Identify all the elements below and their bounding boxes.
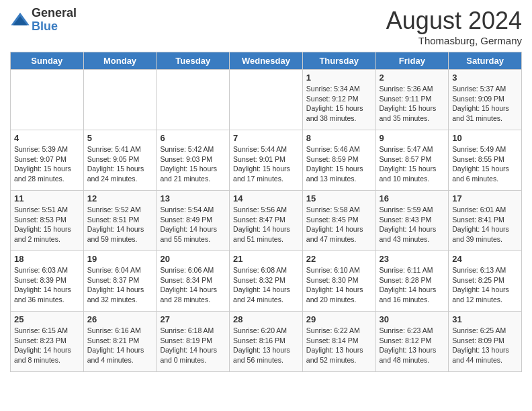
days-header-row: SundayMondayTuesdayWednesdayThursdayFrid… <box>11 52 522 70</box>
day-cell: 8Sunrise: 5:46 AM Sunset: 8:59 PM Daylig… <box>302 130 375 191</box>
day-cell: 1Sunrise: 5:34 AM Sunset: 9:12 PM Daylig… <box>302 70 375 130</box>
day-info: Sunrise: 5:36 AM Sunset: 9:11 PM Dayligh… <box>380 84 445 124</box>
day-info: Sunrise: 5:59 AM Sunset: 8:43 PM Dayligh… <box>380 205 445 244</box>
day-number: 17 <box>452 193 518 203</box>
day-info: Sunrise: 6:25 AM Sunset: 8:09 PM Dayligh… <box>452 326 518 365</box>
day-cell: 15Sunrise: 5:58 AM Sunset: 8:45 PM Dayli… <box>302 191 375 251</box>
day-header-saturday: Saturday <box>449 52 522 70</box>
day-number: 16 <box>380 193 445 203</box>
logo-icon <box>10 10 30 30</box>
day-number: 10 <box>452 133 518 143</box>
day-number: 30 <box>380 314 445 324</box>
day-header-wednesday: Wednesday <box>230 52 303 70</box>
day-number: 4 <box>14 133 80 143</box>
day-number: 26 <box>87 314 153 324</box>
day-cell: 27Sunrise: 6:18 AM Sunset: 8:19 PM Dayli… <box>157 312 230 372</box>
day-info: Sunrise: 6:16 AM Sunset: 8:21 PM Dayligh… <box>87 326 153 365</box>
day-number: 8 <box>306 133 372 143</box>
day-header-sunday: Sunday <box>11 52 84 70</box>
day-number: 24 <box>452 254 518 264</box>
day-cell: 25Sunrise: 6:15 AM Sunset: 8:23 PM Dayli… <box>11 312 84 372</box>
day-info: Sunrise: 5:49 AM Sunset: 8:55 PM Dayligh… <box>452 144 518 184</box>
day-info: Sunrise: 5:34 AM Sunset: 9:12 PM Dayligh… <box>306 84 372 124</box>
day-info: Sunrise: 6:08 AM Sunset: 8:32 PM Dayligh… <box>233 265 299 305</box>
day-cell: 31Sunrise: 6:25 AM Sunset: 8:09 PM Dayli… <box>449 312 522 372</box>
day-number: 18 <box>14 254 80 264</box>
day-number: 5 <box>87 133 153 143</box>
day-number: 2 <box>380 73 445 83</box>
day-cell: 30Sunrise: 6:23 AM Sunset: 8:12 PM Dayli… <box>375 312 449 372</box>
logo: General Blue <box>10 7 77 34</box>
day-number: 1 <box>306 73 372 83</box>
day-cell: 11Sunrise: 5:51 AM Sunset: 8:53 PM Dayli… <box>11 191 84 251</box>
day-number: 28 <box>233 314 299 324</box>
day-info: Sunrise: 6:11 AM Sunset: 8:28 PM Dayligh… <box>380 265 445 305</box>
day-header-tuesday: Tuesday <box>157 52 230 70</box>
month-title: August 2024 <box>386 7 522 35</box>
day-number: 22 <box>306 254 372 264</box>
day-number: 12 <box>87 193 153 203</box>
location-subtitle: Thomasburg, Germany <box>386 35 522 46</box>
day-number: 27 <box>160 314 226 324</box>
day-info: Sunrise: 6:03 AM Sunset: 8:39 PM Dayligh… <box>14 265 80 305</box>
day-info: Sunrise: 5:42 AM Sunset: 9:03 PM Dayligh… <box>160 144 226 184</box>
day-number: 31 <box>452 314 518 324</box>
day-number: 23 <box>380 254 445 264</box>
day-header-friday: Friday <box>375 52 449 70</box>
page-header: General Blue August 2024 Thomasburg, Ger… <box>10 7 522 46</box>
day-number: 29 <box>306 314 372 324</box>
day-number: 6 <box>160 133 226 143</box>
day-cell <box>157 70 230 130</box>
day-cell <box>83 70 157 130</box>
logo-text: General Blue <box>32 7 77 34</box>
day-number: 9 <box>380 133 445 143</box>
day-cell: 14Sunrise: 5:56 AM Sunset: 8:47 PM Dayli… <box>230 191 303 251</box>
day-info: Sunrise: 5:39 AM Sunset: 9:07 PM Dayligh… <box>14 144 80 184</box>
day-number: 3 <box>452 73 518 83</box>
day-info: Sunrise: 5:51 AM Sunset: 8:53 PM Dayligh… <box>14 205 80 244</box>
day-info: Sunrise: 5:47 AM Sunset: 8:57 PM Dayligh… <box>380 144 445 184</box>
day-number: 25 <box>14 314 80 324</box>
day-cell: 26Sunrise: 6:16 AM Sunset: 8:21 PM Dayli… <box>83 312 157 372</box>
day-cell: 29Sunrise: 6:22 AM Sunset: 8:14 PM Dayli… <box>302 312 375 372</box>
day-info: Sunrise: 6:22 AM Sunset: 8:14 PM Dayligh… <box>306 326 372 365</box>
logo-general-text: General <box>32 7 77 20</box>
day-header-thursday: Thursday <box>302 52 375 70</box>
day-info: Sunrise: 6:06 AM Sunset: 8:34 PM Dayligh… <box>160 265 226 305</box>
day-cell: 23Sunrise: 6:11 AM Sunset: 8:28 PM Dayli… <box>375 251 449 312</box>
day-info: Sunrise: 5:46 AM Sunset: 8:59 PM Dayligh… <box>306 144 372 184</box>
day-info: Sunrise: 6:10 AM Sunset: 8:30 PM Dayligh… <box>306 265 372 305</box>
day-cell: 6Sunrise: 5:42 AM Sunset: 9:03 PM Daylig… <box>157 130 230 191</box>
day-cell: 17Sunrise: 6:01 AM Sunset: 8:41 PM Dayli… <box>449 191 522 251</box>
day-info: Sunrise: 6:13 AM Sunset: 8:25 PM Dayligh… <box>452 265 518 305</box>
day-cell: 7Sunrise: 5:44 AM Sunset: 9:01 PM Daylig… <box>230 130 303 191</box>
day-cell: 19Sunrise: 6:04 AM Sunset: 8:37 PM Dayli… <box>83 251 157 312</box>
day-cell: 20Sunrise: 6:06 AM Sunset: 8:34 PM Dayli… <box>157 251 230 312</box>
day-number: 19 <box>87 254 153 264</box>
day-info: Sunrise: 5:58 AM Sunset: 8:45 PM Dayligh… <box>306 205 372 244</box>
day-info: Sunrise: 5:37 AM Sunset: 9:09 PM Dayligh… <box>452 84 518 124</box>
week-row-1: 1Sunrise: 5:34 AM Sunset: 9:12 PM Daylig… <box>11 70 522 130</box>
day-info: Sunrise: 6:01 AM Sunset: 8:41 PM Dayligh… <box>452 205 518 244</box>
day-info: Sunrise: 5:52 AM Sunset: 8:51 PM Dayligh… <box>87 205 153 244</box>
day-cell <box>11 70 84 130</box>
day-cell: 18Sunrise: 6:03 AM Sunset: 8:39 PM Dayli… <box>11 251 84 312</box>
day-cell <box>230 70 303 130</box>
week-row-5: 25Sunrise: 6:15 AM Sunset: 8:23 PM Dayli… <box>11 312 522 372</box>
day-number: 7 <box>233 133 299 143</box>
day-cell: 9Sunrise: 5:47 AM Sunset: 8:57 PM Daylig… <box>375 130 449 191</box>
day-number: 14 <box>233 193 299 203</box>
day-cell: 2Sunrise: 5:36 AM Sunset: 9:11 PM Daylig… <box>375 70 449 130</box>
day-info: Sunrise: 5:41 AM Sunset: 9:05 PM Dayligh… <box>87 144 153 184</box>
week-row-4: 18Sunrise: 6:03 AM Sunset: 8:39 PM Dayli… <box>11 251 522 312</box>
day-cell: 28Sunrise: 6:20 AM Sunset: 8:16 PM Dayli… <box>230 312 303 372</box>
logo-blue-text: Blue <box>32 20 77 34</box>
day-cell: 4Sunrise: 5:39 AM Sunset: 9:07 PM Daylig… <box>11 130 84 191</box>
day-info: Sunrise: 5:44 AM Sunset: 9:01 PM Dayligh… <box>233 144 299 184</box>
day-info: Sunrise: 5:54 AM Sunset: 8:49 PM Dayligh… <box>160 205 226 244</box>
day-cell: 10Sunrise: 5:49 AM Sunset: 8:55 PM Dayli… <box>449 130 522 191</box>
day-header-monday: Monday <box>83 52 157 70</box>
day-info: Sunrise: 6:23 AM Sunset: 8:12 PM Dayligh… <box>380 326 445 365</box>
day-info: Sunrise: 6:15 AM Sunset: 8:23 PM Dayligh… <box>14 326 80 365</box>
title-block: August 2024 Thomasburg, Germany <box>386 7 522 46</box>
